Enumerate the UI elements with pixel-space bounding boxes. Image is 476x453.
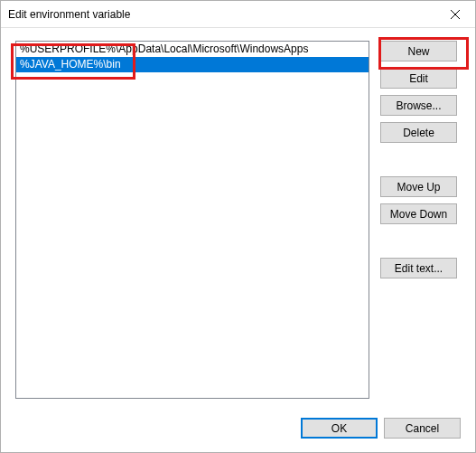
dialog-content: %USERPROFILE%\AppData\Local\Microsoft\Wi…	[1, 28, 475, 452]
path-listbox[interactable]: %USERPROFILE%\AppData\Local\Microsoft\Wi…	[15, 41, 369, 399]
browse-button[interactable]: Browse...	[380, 95, 457, 116]
close-button[interactable]	[434, 1, 475, 28]
edit-text-button[interactable]: Edit text...	[380, 258, 457, 278]
titlebar: Edit environment variable	[1, 1, 475, 28]
list-item[interactable]: %JAVA_HOME%\bin	[16, 57, 369, 72]
move-down-button[interactable]: Move Down	[380, 203, 457, 224]
ok-button[interactable]: OK	[301, 418, 378, 439]
list-item[interactable]: %USERPROFILE%\AppData\Local\Microsoft\Wi…	[16, 42, 369, 57]
edit-button[interactable]: Edit	[380, 68, 457, 89]
dialog-footer: OK Cancel	[301, 418, 461, 439]
buttons-column: New Edit Browse... Delete Move Up Move D…	[380, 41, 457, 399]
cancel-button[interactable]: Cancel	[384, 418, 461, 439]
spacer	[380, 149, 457, 170]
delete-button[interactable]: Delete	[380, 122, 457, 143]
new-button[interactable]: New	[380, 41, 457, 61]
move-up-button[interactable]: Move Up	[380, 176, 457, 197]
spacer	[380, 231, 457, 251]
close-icon	[451, 10, 460, 19]
window-title: Edit environment variable	[8, 8, 130, 21]
